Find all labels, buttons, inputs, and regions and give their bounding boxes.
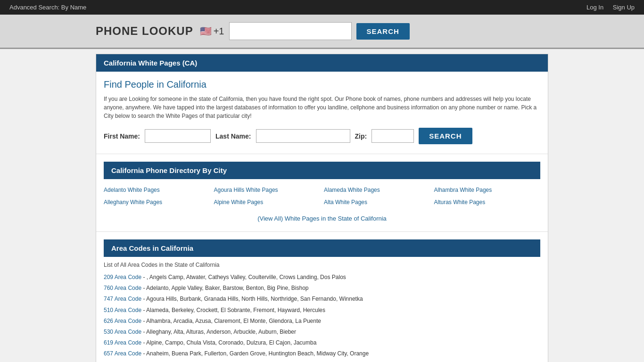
city-link[interactable]: Adelanto White Pages — [104, 187, 210, 193]
area-code-link[interactable]: 619 Area Code — [104, 339, 141, 346]
area-code-link[interactable]: 747 Area Code — [104, 296, 141, 302]
city-link[interactable]: Alleghany White Pages — [104, 199, 210, 206]
city-link[interactable]: Alhambra White Pages — [434, 187, 541, 193]
signup-link[interactable]: Sign Up — [613, 4, 635, 11]
first-name-label: First Name: — [104, 132, 140, 140]
advanced-search-section: Advanced Search: By Name — [9, 4, 86, 11]
city-link[interactable]: Alta White Pages — [324, 199, 430, 206]
area-code-cities: - Anaheim, Buena Park, Fullerton, Garden… — [141, 350, 369, 357]
advanced-search-label: Advanced Search: — [9, 4, 59, 11]
area-code-link[interactable]: 530 Area Code — [104, 329, 141, 335]
area-code-link[interactable]: 626 Area Code — [104, 318, 141, 324]
city-link[interactable]: Agoura Hills White Pages — [214, 187, 321, 193]
zip-input[interactable] — [372, 129, 414, 143]
city-directory-header: California Phone Directory By City — [104, 162, 540, 179]
zip-label: Zip: — [355, 132, 367, 140]
area-code-link[interactable]: 209 Area Code — [104, 274, 141, 280]
find-people-section: Find People in California If you are Loo… — [96, 72, 548, 154]
area-code-item: 530 Area Code - Alleghany, Alta, Alturas… — [104, 328, 540, 337]
area-code-item: 707 Area Code - Annapolis, Arcata, Bolin… — [104, 361, 540, 362]
auth-links: Log In Sign Up — [579, 4, 635, 11]
area-codes-intro: List of All Area Codes in the State of C… — [104, 262, 540, 268]
area-code-link[interactable]: 657 Area Code — [104, 350, 141, 357]
area-code-item: 657 Area Code - Anaheim, Buena Park, Ful… — [104, 349, 540, 358]
people-search-form: First Name: Last Name: Zip: SEARCH — [104, 128, 540, 144]
area-code-cities: - Adelanto, Apple Valley, Baker, Barstow… — [141, 285, 308, 291]
area-code-cities: - Alameda, Berkeley, Crockett, El Sobran… — [141, 307, 325, 313]
country-flag-code: 🇺🇸 +1 — [200, 25, 224, 37]
find-people-heading: Find People in California — [104, 79, 540, 90]
area-code-item: 209 Area Code - , Angels Camp, Atwater, … — [104, 273, 540, 282]
phone-number-input[interactable] — [229, 22, 352, 40]
top-navigation-bar: Advanced Search: By Name Log In Sign Up — [0, 0, 644, 15]
country-code: +1 — [214, 26, 224, 37]
area-code-link[interactable]: 510 Area Code — [104, 307, 141, 313]
phone-lookup-bar: PHONE LOOKUP 🇺🇸 +1 SEARCH — [0, 15, 644, 49]
area-codes-list: 209 Area Code - , Angels Camp, Atwater, … — [104, 273, 540, 362]
area-code-cities: - Alpine, Campo, Chula Vista, Coronado, … — [141, 339, 316, 346]
last-name-input[interactable] — [256, 129, 350, 143]
area-code-link[interactable]: 760 Area Code — [104, 285, 141, 291]
area-code-item: 747 Area Code - Agoura Hills, Burbank, G… — [104, 295, 540, 304]
area-codes-header: Area Codes in California — [104, 239, 540, 257]
area-codes-section: Area Codes in California List of All Are… — [96, 232, 548, 362]
first-name-input[interactable] — [145, 129, 211, 143]
city-grid: Adelanto White PagesAgoura Hills White P… — [104, 187, 540, 206]
city-link[interactable]: Alturas White Pages — [434, 199, 541, 206]
area-code-item: 760 Area Code - Adelanto, Apple Valley, … — [104, 284, 540, 293]
view-all-container: (View All) White Pages in the State of C… — [104, 215, 540, 222]
area-code-cities: - Alleghany, Alta, Alturas, Anderson, Ar… — [141, 329, 296, 335]
last-name-label: Last Name: — [215, 132, 251, 140]
city-directory-section: California Phone Directory By City Adela… — [96, 154, 548, 232]
california-header: California White Pages (CA) — [96, 54, 548, 72]
area-code-item: 626 Area Code - Alhambra, Arcadia, Azusa… — [104, 317, 540, 326]
people-search-button[interactable]: SEARCH — [419, 128, 472, 144]
phone-search-button[interactable]: SEARCH — [356, 23, 410, 40]
area-code-item: 619 Area Code - Alpine, Campo, Chula Vis… — [104, 338, 540, 347]
area-code-cities: - , Angels Camp, Atwater, Catheys Valley… — [141, 274, 346, 280]
by-name-link[interactable]: By Name — [61, 4, 86, 11]
area-code-cities: - Alhambra, Arcadia, Azusa, Claremont, E… — [141, 318, 321, 324]
find-people-description: If you are Looking for someone in the st… — [104, 95, 540, 120]
view-all-link[interactable]: (View All) White Pages in the State of C… — [257, 215, 387, 222]
area-code-item: 510 Area Code - Alameda, Berkeley, Crock… — [104, 306, 540, 315]
area-code-cities: - Agoura Hills, Burbank, Granada Hills, … — [141, 296, 363, 302]
phone-lookup-title: PHONE LOOKUP — [96, 25, 193, 38]
flag-icon: 🇺🇸 — [200, 25, 212, 37]
city-link[interactable]: Alameda White Pages — [324, 187, 430, 193]
login-link[interactable]: Log In — [586, 4, 603, 11]
main-content-area: California White Pages (CA) Find People … — [96, 54, 548, 362]
city-link[interactable]: Alpine White Pages — [214, 199, 321, 206]
